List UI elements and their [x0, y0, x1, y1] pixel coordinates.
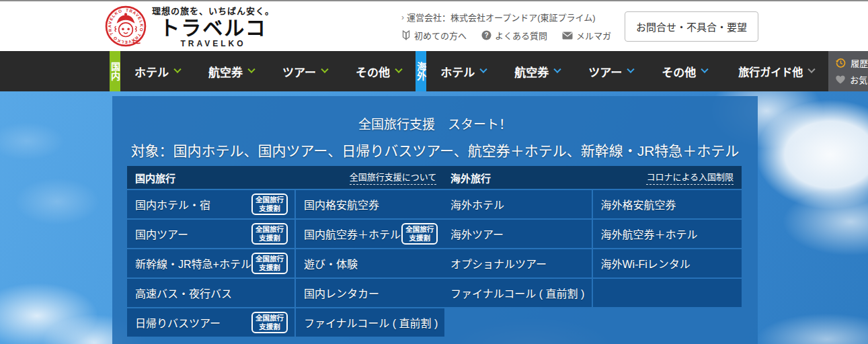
travelko-stamp-logo-icon: TRAVELKO TRAVELKO TRAVELKO: [105, 5, 147, 47]
overseas-badge[interactable]: 海外: [416, 51, 426, 91]
nav-travel-guide[interactable]: 旅行ガイド他: [724, 51, 828, 91]
cell-highway-bus[interactable]: 高速バス・夜行バス: [127, 279, 294, 307]
chevron-down-icon: [395, 66, 402, 73]
brand-name-en: TRAVELKO: [180, 39, 245, 48]
cell-domestic-cheap-flight[interactable]: 国内格安航空券: [296, 190, 444, 218]
faq-link[interactable]: ? よくある質問: [481, 29, 547, 42]
domestic-table-title: 国内旅行: [135, 171, 175, 185]
chevron-down-icon: [627, 66, 634, 73]
entry-restriction-link[interactable]: コロナによる入国制限: [646, 170, 734, 185]
cell-shinkansen-hotel[interactable]: 新幹線・JR特急+ホテル 全国旅行支援割: [127, 249, 294, 277]
support-badge: 全国旅行支援割: [251, 223, 288, 245]
overseas-table-title: 海外旅行: [450, 171, 491, 185]
mail-icon: [562, 32, 573, 40]
caret-icon: ›: [401, 13, 404, 22]
domestic-badge-label: 国内: [110, 62, 120, 81]
nav-domestic-flight[interactable]: 航空券: [194, 51, 268, 91]
nav-domestic-other[interactable]: その他: [342, 51, 416, 91]
nav-domestic-hotel[interactable]: ホテル: [120, 51, 194, 91]
history-clock-icon: [836, 58, 846, 68]
beginner-guide-label: 初めての方へ: [414, 29, 467, 42]
cell-overseas-final-call[interactable]: ファイナルコール ( 直前割 ): [442, 279, 592, 307]
svg-text:?: ?: [484, 32, 488, 39]
faq-label: よくある質問: [495, 29, 547, 42]
heart-icon: [836, 75, 845, 84]
cell-optional-tour[interactable]: オプショナルツアー: [442, 249, 592, 277]
nav-overseas-flight[interactable]: 航空券: [500, 51, 574, 91]
company-link[interactable]: › 運営会社：株式会社オープンドア(東証プライム): [401, 11, 611, 24]
chevron-down-icon: [554, 66, 561, 73]
overseas-table-header: 海外旅行 コロナによる入国制限: [442, 166, 742, 189]
nav-domestic-tour[interactable]: ツアー: [268, 51, 342, 91]
mail-magazine-label: メルマガ: [576, 29, 611, 42]
nav-overseas-tour[interactable]: ツアー: [574, 51, 647, 91]
company-label: 運営会社：株式会社オープンドア(東証プライム): [407, 11, 596, 24]
support-info-link[interactable]: 全国旅行支援について: [350, 170, 437, 185]
mail-magazine-link[interactable]: メルマガ: [562, 29, 611, 42]
domestic-badge[interactable]: 国内: [110, 51, 120, 91]
domestic-table-header: 国内旅行 全国旅行支援について: [127, 166, 444, 189]
overseas-badge-label: 海外: [416, 62, 426, 81]
favorites-label: お気に入り (0): [850, 73, 868, 86]
nav-overseas-hotel[interactable]: ホテル: [426, 51, 500, 91]
support-badge: 全国旅行支援割: [251, 312, 288, 333]
cell-activity[interactable]: 遊び・体験: [296, 249, 444, 277]
favorites-link[interactable]: お気に入り (0): [836, 73, 868, 86]
cell-overseas-flight-hotel[interactable]: 海外航空券＋ホテル: [593, 220, 742, 248]
cell-overseas-hotel[interactable]: 海外ホテル: [442, 190, 592, 218]
history-link[interactable]: 履歴: [836, 56, 868, 69]
chevron-down-icon: [808, 66, 816, 73]
chevron-down-icon: [173, 66, 181, 73]
domestic-travel-table: 国内旅行 全国旅行支援について 国内ホテル・宿 全国旅行支援割 国内格安航空券 …: [127, 166, 424, 337]
cell-domestic-final-call[interactable]: ファイナルコール ( 直前割 ): [296, 308, 444, 337]
beginner-mark-icon: [401, 30, 411, 40]
brand-name: トラベルコ: [159, 17, 266, 39]
history-label: 履歴: [851, 56, 868, 69]
campaign-title: 全国旅行支援 スタート！: [112, 96, 758, 132]
main-nav: 国内 ホテル 航空券 ツアー その他 海外 ホテル 航空券 ツアー その他 旅行…: [0, 51, 868, 91]
chevron-down-icon: [247, 66, 255, 73]
chevron-down-icon: [701, 66, 708, 73]
overseas-travel-table: 海外旅行 コロナによる入国制限 海外ホテル 海外格安航空券 海外ツアー 海外航空…: [442, 166, 742, 337]
beginner-guide-link[interactable]: 初めての方へ: [401, 29, 467, 42]
site-header: TRAVELKO TRAVELKO TRAVELKO 理想の旅を、いちばん安く。…: [0, 0, 868, 51]
campaign-target: 対象：国内ホテル、国内ツアー、日帰りバスツアー、航空券＋ホテル、新幹線・JR特急…: [112, 140, 758, 160]
nav-overseas-other[interactable]: その他: [647, 51, 721, 91]
question-icon: ?: [481, 30, 491, 40]
support-badge: 全国旅行支援割: [251, 253, 288, 274]
chevron-down-icon: [480, 66, 487, 73]
cell-overseas-tour[interactable]: 海外ツアー: [442, 220, 592, 248]
campaign-banner: 全国旅行支援 スタート！ 対象：国内ホテル、国内ツアー、日帰りバスツアー、航空券…: [112, 96, 758, 160]
contact-button[interactable]: お問合せ・不具合・要望: [625, 11, 758, 42]
support-badge: 全国旅行支援割: [401, 223, 438, 245]
support-badge: 全国旅行支援割: [251, 194, 288, 215]
cell-overseas-cheap-flight[interactable]: 海外格安航空券: [593, 190, 742, 218]
logo-tagline: 理想の旅を、いちばん安く。: [152, 4, 274, 17]
cell-domestic-rentacar[interactable]: 国内レンタカー: [296, 279, 444, 307]
cell-domestic-hotel[interactable]: 国内ホテル・宿 全国旅行支援割: [127, 190, 294, 218]
cell-domestic-flight-hotel[interactable]: 国内航空券＋ホテル 全国旅行支援割: [296, 220, 444, 248]
cell-domestic-tour[interactable]: 国内ツアー 全国旅行支援割: [127, 220, 294, 248]
cell-overseas-wifi-rental[interactable]: 海外Wi-Fiレンタル: [593, 249, 742, 277]
cell-daytrip-bus-tour[interactable]: 日帰りバスツアー 全国旅行支援割: [127, 308, 294, 337]
site-logo[interactable]: TRAVELKO TRAVELKO TRAVELKO 理想の旅を、いちばん安く。…: [105, 4, 274, 48]
cell-empty: [593, 279, 742, 307]
user-shortcut-box: 履歴 お気に入り (0): [828, 51, 868, 91]
campaign-panel: 全国旅行支援 スタート！ 対象：国内ホテル、国内ツアー、日帰りバスツアー、航空券…: [112, 96, 758, 344]
chevron-down-icon: [321, 66, 328, 73]
